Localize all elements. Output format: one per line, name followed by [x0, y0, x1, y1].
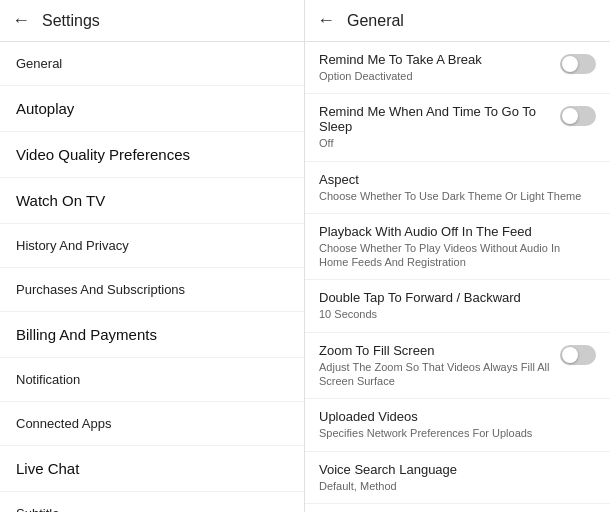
settings-item-sub-2: Choose Whether To Use Dark Theme Or Ligh… [319, 189, 588, 203]
right-back-arrow[interactable]: ← [317, 10, 335, 31]
left-menu-item-10[interactable]: Subtitle [0, 492, 304, 512]
settings-item-3: Playback With Audio Off In The FeedChoos… [305, 214, 610, 281]
settings-item-title-0: Remind Me To Take A Break [319, 52, 552, 67]
settings-item-sub-3: Choose Whether To Play Videos Without Au… [319, 241, 588, 270]
left-header: ← Settings [0, 0, 304, 42]
left-menu-item-9[interactable]: Live Chat [0, 446, 304, 492]
settings-item-title-1: Remind Me When And Time To Go To Sleep [319, 104, 552, 134]
left-header-title: Settings [42, 12, 100, 30]
toggle-0[interactable] [560, 54, 596, 74]
toggle-1[interactable] [560, 106, 596, 126]
left-panel: ← Settings GeneralAutoplayVideo Quality … [0, 0, 305, 512]
left-menu: GeneralAutoplayVideo Quality Preferences… [0, 42, 304, 512]
settings-item-title-6: Uploaded Videos [319, 409, 588, 424]
settings-item-content-1: Remind Me When And Time To Go To SleepOf… [319, 104, 560, 150]
left-menu-item-2[interactable]: Video Quality Preferences [0, 132, 304, 178]
settings-item-sub-0: Option Deactivated [319, 69, 552, 83]
left-back-arrow[interactable]: ← [12, 10, 30, 31]
right-items: Remind Me To Take A BreakOption Deactiva… [305, 42, 610, 512]
right-header: ← General [305, 0, 610, 42]
settings-item-content-6: Uploaded VideosSpecifies Network Prefere… [319, 409, 596, 440]
settings-item-title-7: Voice Search Language [319, 462, 588, 477]
left-menu-item-0[interactable]: General [0, 42, 304, 86]
settings-item-content-3: Playback With Audio Off In The FeedChoos… [319, 224, 596, 270]
settings-item-title-3: Playback With Audio Off In The Feed [319, 224, 588, 239]
left-menu-item-7[interactable]: Notification [0, 358, 304, 402]
settings-item-4: Double Tap To Forward / Backward10 Secon… [305, 280, 610, 332]
settings-item-2: AspectChoose Whether To Use Dark Theme O… [305, 162, 610, 214]
right-panel: ← General Remind Me To Take A BreakOptio… [305, 0, 610, 512]
settings-item-sub-4: 10 Seconds [319, 307, 588, 321]
settings-item-1[interactable]: Remind Me When And Time To Go To SleepOf… [305, 94, 610, 161]
settings-item-6: Uploaded VideosSpecifies Network Prefere… [305, 399, 610, 451]
right-header-title: General [347, 12, 404, 30]
toggle-5[interactable] [560, 345, 596, 365]
left-menu-item-4[interactable]: History And Privacy [0, 224, 304, 268]
left-menu-item-8[interactable]: Connected Apps [0, 402, 304, 446]
settings-item-sub-5: Adjust The Zoom So That Videos Always Fi… [319, 360, 552, 389]
settings-item-sub-6: Specifies Network Preferences For Upload… [319, 426, 588, 440]
left-menu-item-1[interactable]: Autoplay [0, 86, 304, 132]
settings-item-content-0: Remind Me To Take A BreakOption Deactiva… [319, 52, 560, 83]
left-menu-item-6[interactable]: Billing And Payments [0, 312, 304, 358]
settings-item-content-5: Zoom To Fill ScreenAdjust The Zoom So Th… [319, 343, 560, 389]
settings-item-5[interactable]: Zoom To Fill ScreenAdjust The Zoom So Th… [305, 333, 610, 400]
settings-item-content-2: AspectChoose Whether To Use Dark Theme O… [319, 172, 596, 203]
settings-item-title-4: Double Tap To Forward / Backward [319, 290, 588, 305]
settings-item-title-5: Zoom To Fill Screen [319, 343, 552, 358]
left-menu-item-5[interactable]: Purchases And Subscriptions [0, 268, 304, 312]
settings-item-title-2: Aspect [319, 172, 588, 187]
settings-item-sub-1: Off [319, 136, 552, 150]
settings-item-content-4: Double Tap To Forward / Backward10 Secon… [319, 290, 596, 321]
settings-item-7: Voice Search LanguageDefault, Method [305, 452, 610, 504]
settings-item-0[interactable]: Remind Me To Take A BreakOption Deactiva… [305, 42, 610, 94]
settings-item-sub-7: Default, Method [319, 479, 588, 493]
left-menu-item-3[interactable]: Watch On TV [0, 178, 304, 224]
settings-item-content-7: Voice Search LanguageDefault, Method [319, 462, 596, 493]
settings-item-8: LocalityItaly [305, 504, 610, 512]
